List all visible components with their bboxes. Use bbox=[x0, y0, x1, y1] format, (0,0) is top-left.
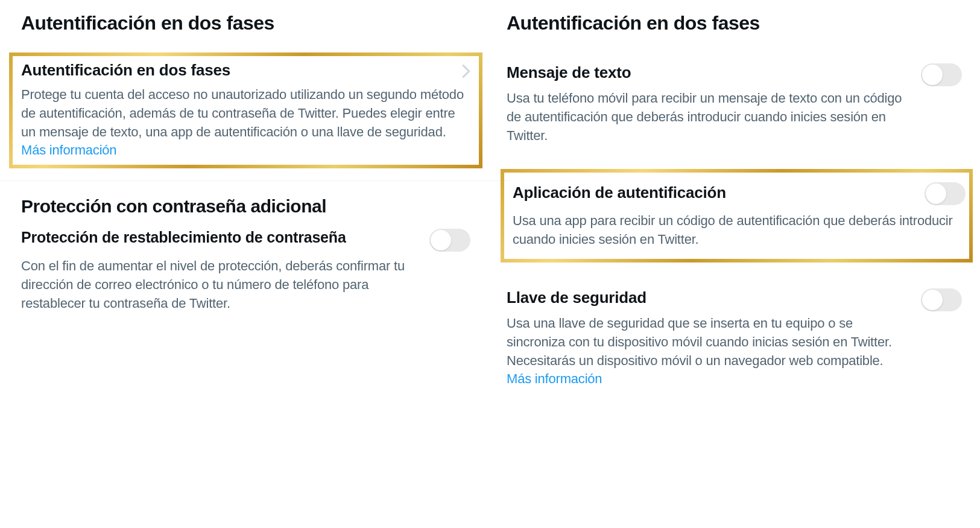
text-message-item: Mensaje de texto Usa tu teléfono móvil p… bbox=[507, 52, 974, 157]
text-message-toggle[interactable] bbox=[921, 63, 962, 86]
two-factor-desc: Protege tu cuenta del acceso no unautori… bbox=[21, 86, 470, 160]
left-section-title-additional-password: Protección con contraseña adicional bbox=[21, 196, 488, 217]
toggle-thumb bbox=[926, 183, 946, 204]
left-panel: Autentificación en dos fases Autentifica… bbox=[0, 0, 495, 528]
two-factor-learn-more-link[interactable]: Más información bbox=[21, 142, 116, 157]
security-key-learn-more-link[interactable]: Más información bbox=[507, 371, 602, 386]
two-factor-title: Autentificación en dos fases bbox=[21, 61, 470, 80]
toggle-thumb bbox=[922, 290, 943, 310]
security-key-toggle[interactable] bbox=[921, 288, 962, 311]
divider bbox=[0, 180, 510, 181]
left-section-title-2fa: Autentificación en dos fases bbox=[21, 12, 488, 34]
password-reset-protection-item: Protección de restablecimiento de contra… bbox=[21, 229, 488, 313]
right-section-title-2fa: Autentificación en dos fases bbox=[507, 12, 974, 34]
text-message-title: Mensaje de texto bbox=[507, 63, 914, 82]
auth-app-desc: Usa una app para recibir un código de au… bbox=[513, 212, 961, 249]
password-reset-title: Protección de restablecimiento de contra… bbox=[21, 229, 422, 246]
auth-app-toggle[interactable] bbox=[925, 182, 966, 205]
text-message-desc: Usa tu teléfono móvil para recibir un me… bbox=[507, 89, 914, 145]
auth-app-title: Aplicación de autentificación bbox=[513, 183, 961, 202]
security-key-item: Llave de seguridad Usa una llave de segu… bbox=[507, 278, 974, 401]
security-key-title: Llave de seguridad bbox=[507, 288, 914, 307]
password-reset-desc: Con el fin de aumentar el nivel de prote… bbox=[21, 257, 422, 313]
two-factor-item[interactable]: Autentificación en dos fases Protege tu … bbox=[9, 52, 482, 168]
security-key-desc-text: Usa una llave de seguridad que se insert… bbox=[507, 316, 892, 368]
security-key-desc: Usa una llave de seguridad que se insert… bbox=[507, 314, 914, 389]
two-factor-desc-text: Protege tu cuenta del acceso no unautori… bbox=[21, 87, 464, 139]
password-reset-toggle[interactable] bbox=[429, 229, 470, 252]
chevron-right-icon bbox=[462, 65, 470, 80]
right-panel: Autentificación en dos fases Mensaje de … bbox=[495, 0, 980, 528]
toggle-thumb bbox=[431, 230, 451, 250]
toggle-thumb bbox=[922, 65, 943, 85]
auth-app-item[interactable]: Aplicación de autentificación Usa una ap… bbox=[501, 169, 973, 262]
